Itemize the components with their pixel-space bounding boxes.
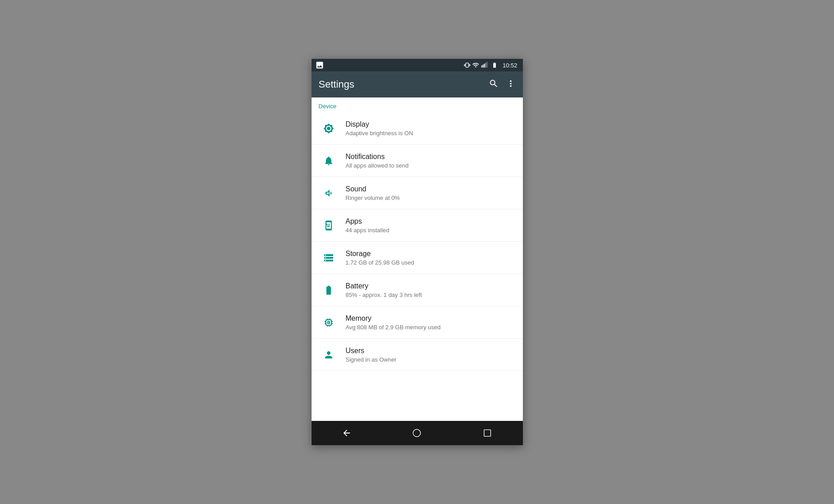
battery-text: Battery 85% - approx. 1 day 3 hrs left [346,282,516,298]
signal-icon [481,62,488,69]
svg-rect-0 [482,66,482,68]
apps-icon [319,220,339,231]
home-button[interactable] [403,424,431,442]
notifications-icon [319,155,339,166]
display-icon [319,123,339,134]
back-button[interactable] [333,424,361,442]
memory-subtitle: Avg 808 MB of 2.9 GB memory used [346,324,516,331]
vibrate-icon [464,62,470,68]
notifications-title: Notifications [346,153,516,161]
display-title: Display [346,120,516,128]
device-section-header: Device [312,97,523,112]
display-text: Display Adaptive brightness is ON [346,120,516,137]
sound-title: Sound [346,185,516,193]
svg-rect-2 [484,64,485,68]
svg-rect-6 [484,430,491,437]
phone-container: 10:52 Settings Device [312,59,523,445]
memory-item[interactable]: Memory Avg 808 MB of 2.9 GB memory used [312,306,523,339]
svg-rect-3 [486,63,486,68]
notifications-item[interactable]: Notifications All apps allowed to send [312,145,523,177]
battery-subtitle: 85% - approx. 1 day 3 hrs left [346,292,516,298]
apps-item[interactable]: Apps 44 apps installed [312,209,523,242]
users-text: Users Signed in as Owner [346,347,516,363]
status-time: 10:52 [503,62,517,69]
app-bar-title: Settings [319,79,489,90]
sound-item[interactable]: Sound Ringer volume at 0% [312,177,523,209]
svg-rect-1 [483,65,484,68]
settings-content: Device Display Adaptive brightness is ON… [312,97,523,421]
image-icon [315,61,324,70]
battery-icon [319,285,339,296]
status-bar: 10:52 [312,59,523,71]
battery-title: Battery [346,282,516,290]
storage-icon [319,252,339,263]
battery-item[interactable]: Battery 85% - approx. 1 day 3 hrs left [312,274,523,306]
storage-text: Storage 1.72 GB of 25.98 GB used [346,250,516,266]
notifications-text: Notifications All apps allowed to send [346,153,516,169]
status-bar-right: 10:52 [464,62,517,69]
storage-subtitle: 1.72 GB of 25.98 GB used [346,259,516,266]
wifi-icon [472,62,479,69]
notifications-subtitle: All apps allowed to send [346,162,516,169]
storage-title: Storage [346,250,516,258]
bottom-nav [312,421,523,445]
apps-subtitle: 44 apps installed [346,227,516,234]
display-item[interactable]: Display Adaptive brightness is ON [312,112,523,145]
svg-rect-4 [487,62,488,68]
users-subtitle: Signed in as Owner [346,356,516,363]
sound-icon [319,188,339,199]
memory-text: Memory Avg 808 MB of 2.9 GB memory used [346,314,516,331]
recent-button[interactable] [473,424,501,442]
svg-point-5 [413,429,421,437]
sound-subtitle: Ringer volume at 0% [346,195,516,201]
app-bar-icons [489,79,516,91]
app-bar: Settings [312,71,523,97]
apps-text: Apps 44 apps installed [346,217,516,234]
apps-title: Apps [346,217,516,225]
users-title: Users [346,347,516,355]
battery-status-icon [490,62,499,68]
storage-item[interactable]: Storage 1.72 GB of 25.98 GB used [312,242,523,274]
status-bar-left [315,61,324,70]
users-icon [319,349,339,360]
memory-icon [319,317,339,328]
more-options-button[interactable] [506,79,516,91]
users-item[interactable]: Users Signed in as Owner [312,339,523,371]
sound-text: Sound Ringer volume at 0% [346,185,516,201]
memory-title: Memory [346,314,516,323]
display-subtitle: Adaptive brightness is ON [346,130,516,137]
search-button[interactable] [489,79,499,91]
